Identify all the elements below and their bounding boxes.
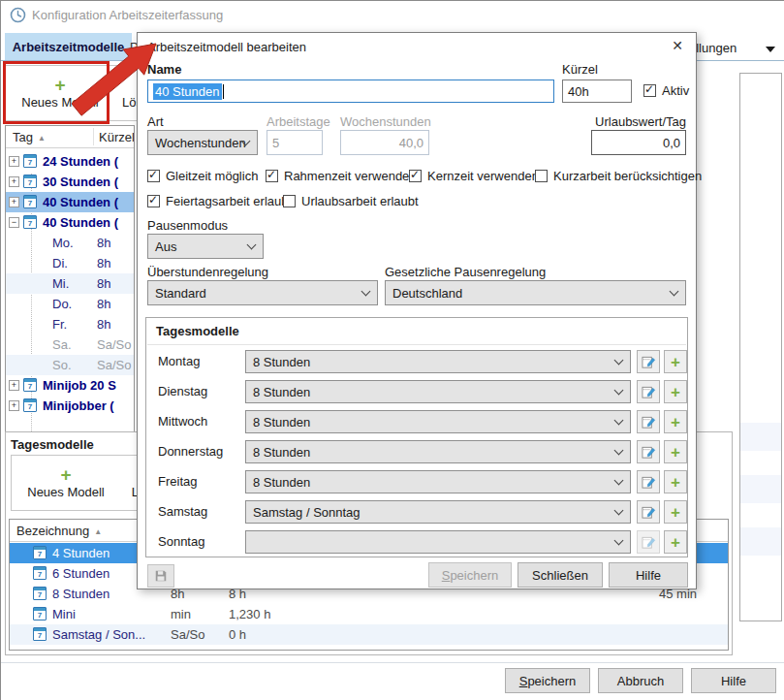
table-row[interactable]: Minijobber (: [6, 396, 134, 416]
collapse-icon[interactable]: [9, 217, 19, 228]
table-row[interactable]: Mi. 8h: [6, 273, 134, 294]
table-row[interactable]: Mini min 1,230 h: [10, 604, 728, 624]
calendar-icon: [33, 546, 47, 559]
new-day-model-button[interactable]: + Neues Modell: [16, 459, 116, 507]
row-kuerzel: 8h: [97, 256, 110, 270]
table-row[interactable]: Di. 8h: [6, 253, 134, 273]
checkbox[interactable]: [147, 195, 160, 207]
row-label: Minijob 20 S: [43, 378, 116, 393]
day-model-select-freitag[interactable]: 8 Stunden: [245, 470, 631, 493]
day-model-select-donnerstag[interactable]: 8 Stunden: [245, 440, 631, 463]
gleitzeit-checkbox-item[interactable]: Gleitzeit möglich: [147, 169, 258, 183]
name-input[interactable]: 40 Stunden: [147, 80, 554, 103]
add-day-model-button[interactable]: +: [664, 440, 687, 463]
day-model-select-sonntag[interactable]: [245, 530, 631, 554]
edit-icon: [642, 355, 656, 369]
table-row[interactable]: Minijob 20 S: [6, 375, 134, 396]
checkbox[interactable]: [535, 170, 548, 182]
day-label: Montag: [158, 354, 200, 368]
column-header-tag[interactable]: Tag: [13, 130, 46, 144]
chevron-down-icon[interactable]: [766, 47, 775, 52]
table-row[interactable]: 30 Stunden (: [6, 172, 134, 192]
day-model-select-montag[interactable]: 8 Stunden: [245, 350, 631, 373]
row-label: Fr.: [52, 317, 67, 332]
checkbox-label: Aktiv: [662, 83, 689, 98]
pausenmodus-select[interactable]: Aus: [147, 234, 264, 259]
edit-day-model-button[interactable]: [637, 350, 660, 373]
art-value: Wochenstunden: [155, 136, 246, 150]
pausenregelung-select[interactable]: Deutschland: [385, 280, 686, 305]
save-button[interactable]: Speichern: [505, 668, 590, 693]
cancel-button[interactable]: Abbruch: [598, 668, 683, 693]
table-row-selected[interactable]: 40 Stunden (: [6, 192, 134, 212]
calendar-icon: [23, 378, 37, 392]
help-button[interactable]: Hilfe: [691, 668, 776, 693]
table-row[interactable]: 24 Stunden (: [6, 151, 134, 172]
edit-icon: [642, 385, 656, 399]
art-select[interactable]: Wochenstunden: [147, 130, 258, 155]
add-day-model-button[interactable]: +: [664, 500, 687, 524]
edit-day-model-button[interactable]: [637, 500, 660, 524]
dialog-close-button[interactable]: Schließen: [517, 562, 603, 588]
add-day-model-button[interactable]: +: [664, 410, 687, 433]
add-day-model-button[interactable]: +: [664, 470, 687, 493]
checkbox[interactable]: [643, 84, 656, 97]
checkbox[interactable]: [147, 170, 160, 182]
expand-icon[interactable]: [9, 156, 19, 167]
checkbox[interactable]: [409, 170, 422, 182]
calendar-icon: [23, 195, 37, 208]
expand-icon[interactable]: [9, 380, 19, 391]
floppy-disk-icon: [154, 569, 168, 583]
save-icon-button[interactable]: [147, 564, 174, 588]
expand-icon[interactable]: [9, 197, 19, 207]
edit-icon: [642, 475, 656, 490]
table-row[interactable]: Fr. 8h: [6, 314, 134, 334]
urlaubsarbeit-checkbox-item[interactable]: Urlaubsarbeit erlaubt: [283, 194, 419, 208]
table-row[interactable]: Do. 8h: [6, 294, 134, 314]
row-kuerzel: Sa/So: [171, 627, 204, 642]
column-separator[interactable]: [93, 128, 94, 145]
edit-day-model-button[interactable]: [637, 410, 660, 433]
close-icon[interactable]: [669, 38, 686, 55]
kernzeit-checkbox-item[interactable]: Kernzeit verwenden: [409, 169, 539, 183]
cancel-label: Abbruch: [617, 674, 664, 688]
day-model-select-samstag[interactable]: Samstag / Sonntag: [245, 500, 631, 524]
checkbox[interactable]: [283, 195, 296, 207]
column-header-kuerzel[interactable]: Kürzel: [99, 130, 135, 144]
dialog-help-button[interactable]: Hilfe: [609, 562, 688, 588]
expand-icon[interactable]: [9, 400, 19, 411]
add-day-model-button[interactable]: +: [664, 530, 687, 554]
row-name: 8 Stunden: [52, 587, 110, 601]
edit-day-model-button[interactable]: [637, 380, 660, 403]
table-row[interactable]: Samstag / Son... Sa/So 0 h: [10, 624, 728, 645]
table-row[interactable]: Sa. Sa/So: [6, 334, 134, 355]
kuerzel-input[interactable]: 40h: [562, 80, 632, 103]
day-label: Sonntag: [158, 534, 204, 549]
add-day-model-button[interactable]: +: [664, 350, 687, 373]
ueberstunden-select[interactable]: Standard: [147, 280, 378, 305]
table-row[interactable]: 40 Stunden (: [6, 212, 134, 233]
checkbox-label: Feiertagsarbeit erlaubt: [166, 194, 292, 208]
ueberstunden-value: Standard: [155, 286, 206, 301]
calendar-icon: [23, 154, 37, 168]
rahmenzeit-checkbox-item[interactable]: Rahmenzeit verwenden: [266, 169, 417, 183]
save-rest: peichern: [450, 568, 498, 583]
kurzarbeit-checkbox-item[interactable]: Kurzarbeit berücksichtigen: [535, 169, 702, 183]
day-model-select-mittwoch[interactable]: 8 Stunden: [245, 410, 631, 433]
table-row[interactable]: So. Sa/So: [6, 355, 134, 375]
dialog-save-button[interactable]: Speichern: [428, 562, 512, 588]
expand-icon[interactable]: [9, 176, 19, 187]
row-name: Mini: [52, 607, 76, 621]
aktiv-checkbox-item[interactable]: Aktiv: [643, 83, 689, 98]
urlaubswert-input[interactable]: 0,0: [591, 130, 686, 155]
chevron-down-icon: [614, 506, 624, 516]
day-model-select-dienstag[interactable]: 8 Stunden: [245, 380, 631, 403]
edit-day-model-button[interactable]: [637, 440, 660, 463]
feiertagsarbeit-checkbox-item[interactable]: Feiertagsarbeit erlaubt: [147, 194, 292, 208]
checkbox[interactable]: [266, 170, 278, 182]
edit-icon: [642, 445, 656, 460]
column-header-bezeichnung[interactable]: Bezeichnung: [16, 524, 102, 538]
table-row[interactable]: Mo. 8h: [6, 233, 134, 253]
edit-day-model-button[interactable]: [637, 470, 660, 493]
add-day-model-button[interactable]: +: [664, 380, 687, 403]
